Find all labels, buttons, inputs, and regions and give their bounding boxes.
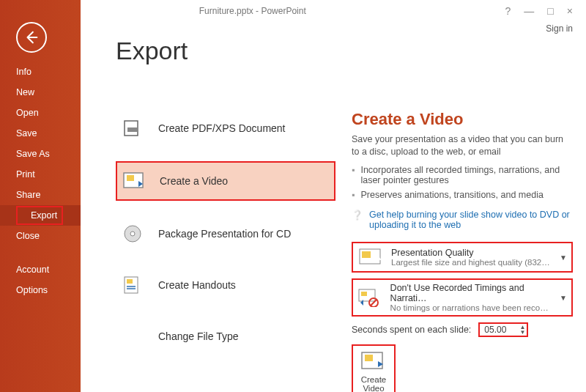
create-video-label-1: Create (361, 375, 387, 384)
chevron-down-icon: ▼ (560, 253, 567, 261)
sidebar-item-save-as[interactable]: Save As (0, 144, 81, 164)
export-option-label: Create PDF/XPS Document (158, 122, 286, 134)
svg-rect-3 (127, 175, 134, 181)
export-option-label: Create Handouts (158, 279, 236, 291)
sidebar-item-label: Save As (16, 149, 50, 159)
export-option-pdf-xps[interactable]: Create PDF/XPS Document (116, 110, 335, 147)
sidebar-item-account[interactable]: Account (0, 259, 81, 280)
sidebar-item-open[interactable]: Open (0, 103, 81, 123)
export-option-handouts[interactable]: Create Handouts (116, 267, 335, 303)
bullet-icon: ▪ (352, 165, 355, 185)
sidebar-item-label: Print (16, 169, 35, 180)
timings-subtitle: No timings or narrations have been reco… (390, 303, 557, 312)
presentation-quality-icon (357, 246, 384, 268)
detail-intro: Save your presentation as a video that y… (352, 133, 573, 158)
help-button[interactable]: ? (505, 5, 511, 17)
sidebar-item-label: Info (16, 67, 31, 77)
create-video-icon (360, 350, 387, 372)
help-icon: ❔ (352, 210, 363, 230)
sidebar-item-info[interactable]: Info (0, 62, 81, 82)
sidebar-item-close[interactable]: Close (0, 226, 81, 246)
handouts-icon (120, 273, 145, 297)
back-button[interactable]: path{stroke:#fff;stroke-width:2.2;fill:n… (16, 22, 47, 53)
close-button[interactable]: × (567, 5, 573, 17)
svg-rect-16 (361, 292, 367, 296)
svg-rect-14 (362, 251, 371, 258)
window-controls: ? — □ × (505, 5, 586, 17)
export-options-list: Create PDF/XPS Document Create a Video P… (116, 110, 335, 369)
sidebar-nav: Info New Open Save Save As Print Share E… (0, 62, 81, 300)
sidebar-item-print[interactable]: Print (0, 164, 81, 185)
svg-rect-8 (127, 279, 133, 284)
quality-title: Presentation Quality (391, 248, 550, 258)
seconds-spinner[interactable]: 05.00 ▲▼ (478, 322, 528, 337)
help-link[interactable]: Get help burning your slide show video t… (369, 210, 573, 230)
sidebar-item-label: Export (16, 206, 63, 225)
svg-rect-12 (129, 330, 136, 334)
seconds-row: Seconds spent on each slide: 05.00 ▲▼ (352, 322, 573, 337)
cd-icon (120, 221, 145, 246)
backstage-sidebar: path{stroke:#fff;stroke-width:2.2;fill:n… (0, 0, 81, 392)
sidebar-item-label: Open (16, 108, 39, 118)
title-bar: Furniture.pptx - PowerPoint ? — □ × (0, 0, 586, 22)
sidebar-item-label: Share (16, 190, 40, 200)
create-video-label-2: Video (363, 384, 384, 392)
detail-heading: Create a Video (352, 110, 573, 129)
help-row: ❔ Get help burning your slide show video… (352, 210, 573, 230)
sidebar-item-label: Account (16, 265, 49, 275)
seconds-label: Seconds spent on each slide: (352, 325, 471, 335)
quality-dropdown[interactable]: Presentation Quality Largest file size a… (352, 242, 573, 273)
export-option-package-cd[interactable]: Package Presentation for CD (116, 215, 335, 252)
svg-point-6 (130, 232, 135, 236)
export-option-create-video[interactable]: Create a Video (116, 161, 335, 201)
chevron-down-icon: ▼ (560, 293, 567, 301)
export-option-label: Package Presentation for CD (158, 228, 291, 240)
export-option-label: Create a Video (160, 175, 228, 187)
export-option-change-file-type[interactable]: Change File Type (116, 318, 335, 355)
timings-dropdown[interactable]: Don't Use Recorded Timings and Narrati… … (352, 278, 573, 317)
create-video-button[interactable]: Create Video (352, 344, 396, 392)
no-timings-icon (357, 286, 383, 308)
seconds-value: 05.00 (484, 325, 506, 335)
maximize-button[interactable]: □ (547, 5, 553, 17)
timings-title: Don't Use Recorded Timings and Narrati… (390, 283, 557, 303)
sidebar-item-options[interactable]: Options (0, 280, 81, 300)
sidebar-item-new[interactable]: New (0, 82, 81, 103)
sidebar-item-label: Close (16, 231, 40, 241)
bullet-icon: ▪ (352, 190, 355, 200)
sidebar-item-label: Options (16, 285, 48, 295)
export-option-label: Change File Type (158, 330, 238, 342)
minimize-button[interactable]: — (524, 5, 534, 17)
detail-bullets: ▪Incorporates all recorded timings, narr… (352, 163, 573, 202)
bullet-text: Preserves animations, transitions, and m… (360, 190, 543, 200)
spinner-buttons[interactable]: ▲▼ (519, 325, 525, 335)
bullet-text: Incorporates all recorded timings, narra… (360, 165, 573, 185)
sidebar-item-save[interactable]: Save (0, 123, 81, 144)
quality-subtitle: Largest file size and highest quality (8… (391, 258, 550, 267)
svg-rect-1 (127, 127, 138, 132)
video-icon (122, 169, 146, 193)
svg-rect-11 (128, 336, 137, 342)
svg-rect-21 (365, 355, 373, 361)
sidebar-item-label: Save (16, 128, 37, 138)
sidebar-item-label: New (16, 87, 34, 97)
pdf-xps-icon (120, 116, 145, 141)
sidebar-item-share[interactable]: Share (0, 185, 81, 205)
save-icon (120, 324, 145, 349)
create-video-detail: Create a Video Save your presentation as… (352, 110, 573, 392)
sidebar-item-export[interactable]: Export (0, 205, 81, 226)
main-area: Export Create PDF/XPS Document Create a … (81, 22, 586, 392)
page-title: Export (116, 37, 586, 65)
back-arrow-icon: path{stroke:#fff;stroke-width:2.2;fill:n… (23, 29, 40, 45)
